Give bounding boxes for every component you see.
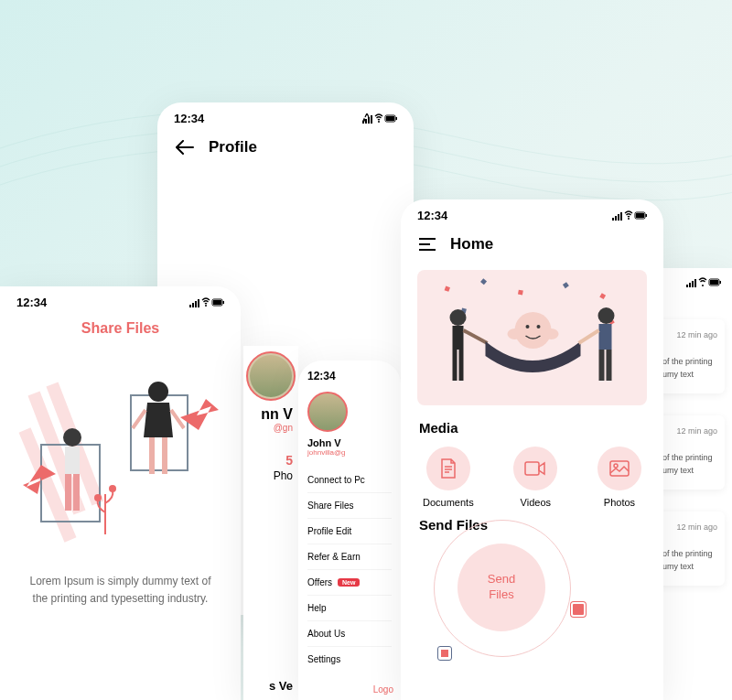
media-item-videos[interactable]: Videos bbox=[513, 447, 557, 508]
back-arrow-icon[interactable] bbox=[176, 140, 194, 155]
page-title: Profile bbox=[209, 138, 257, 156]
menu-item-offers[interactable]: OffersNew bbox=[307, 570, 392, 596]
svg-rect-30 bbox=[694, 279, 696, 287]
svg-rect-33 bbox=[710, 280, 718, 285]
svg-rect-23 bbox=[149, 437, 155, 474]
svg-rect-61 bbox=[599, 350, 605, 381]
file-chip-icon bbox=[571, 602, 586, 617]
svg-point-4 bbox=[378, 121, 380, 123]
svg-rect-34 bbox=[720, 281, 722, 284]
svg-rect-51 bbox=[453, 326, 464, 350]
share-illustration bbox=[0, 348, 241, 558]
stat-label: Pho bbox=[243, 468, 298, 482]
svg-point-39 bbox=[628, 218, 630, 220]
svg-point-58 bbox=[537, 325, 541, 328]
profile-header: Profile bbox=[157, 129, 414, 169]
menu-item-share-files[interactable]: Share Files bbox=[307, 493, 392, 519]
send-files-area: Send Files bbox=[401, 538, 663, 675]
svg-rect-63 bbox=[525, 462, 539, 475]
svg-rect-28 bbox=[689, 283, 691, 287]
status-time: 12:34 bbox=[417, 209, 447, 222]
avatar[interactable] bbox=[307, 392, 348, 432]
svg-rect-9 bbox=[192, 303, 194, 307]
status-time: 12:34 bbox=[298, 361, 401, 386]
status-icons bbox=[655, 268, 732, 297]
svg-rect-10 bbox=[195, 301, 197, 307]
svg-rect-24 bbox=[162, 437, 167, 474]
menu-item-refer-earn[interactable]: Refer & Earn bbox=[307, 544, 392, 570]
user-name: nn V bbox=[243, 406, 298, 423]
svg-rect-27 bbox=[686, 285, 688, 287]
user-name: John V bbox=[298, 437, 401, 448]
menu-item-help[interactable]: Help bbox=[307, 596, 392, 621]
svg-point-59 bbox=[598, 307, 615, 324]
menu-item-profile-edit[interactable]: Profile Edit bbox=[307, 519, 392, 544]
notification-time: 12 min ago bbox=[662, 426, 717, 436]
notification-time: 12 min ago bbox=[662, 522, 717, 532]
svg-rect-3 bbox=[371, 115, 372, 124]
svg-rect-43 bbox=[445, 285, 450, 291]
svg-point-56 bbox=[544, 328, 559, 339]
home-screen: 12:34 Home bbox=[401, 199, 663, 700]
svg-point-54 bbox=[515, 312, 552, 349]
svg-rect-44 bbox=[480, 278, 487, 285]
share-files-screen: 12:34 Share Files bbox=[0, 286, 241, 700]
svg-rect-53 bbox=[459, 350, 464, 381]
menu-item-settings[interactable]: Settings bbox=[307, 647, 392, 672]
user-email: johnvilla@g bbox=[298, 448, 401, 464]
svg-point-55 bbox=[508, 328, 522, 339]
media-item-documents[interactable]: Documents bbox=[423, 447, 474, 508]
svg-rect-29 bbox=[692, 281, 694, 287]
svg-point-17 bbox=[63, 428, 81, 447]
avatar[interactable] bbox=[246, 351, 296, 401]
svg-point-57 bbox=[526, 325, 530, 328]
notification-text: of the printing umy text bbox=[662, 339, 717, 381]
svg-point-12 bbox=[205, 305, 207, 307]
user-email: @gn bbox=[243, 423, 298, 433]
menu-list: Connect to Pc Share Files Profile Edit R… bbox=[298, 464, 401, 675]
media-item-photos[interactable]: Photos bbox=[597, 447, 641, 508]
video-icon bbox=[524, 460, 546, 477]
svg-point-65 bbox=[614, 464, 618, 468]
status-time: 12:34 bbox=[16, 296, 47, 309]
logout-link[interactable]: Logo bbox=[373, 684, 393, 695]
svg-rect-52 bbox=[453, 350, 458, 381]
media-label: Documents bbox=[423, 497, 474, 508]
media-section-title: Media bbox=[401, 415, 663, 441]
svg-rect-36 bbox=[615, 216, 617, 221]
status-icons bbox=[189, 297, 224, 308]
svg-point-25 bbox=[94, 494, 102, 501]
svg-rect-42 bbox=[646, 214, 648, 217]
media-label: Videos bbox=[521, 497, 551, 508]
menu-item-about-us[interactable]: About Us bbox=[307, 621, 392, 647]
svg-rect-47 bbox=[599, 293, 606, 299]
svg-rect-7 bbox=[396, 117, 398, 120]
svg-point-22 bbox=[148, 382, 168, 402]
svg-rect-8 bbox=[189, 305, 191, 307]
status-icons bbox=[362, 113, 397, 124]
notification-time: 12 min ago bbox=[662, 330, 717, 339]
document-icon bbox=[439, 458, 458, 479]
svg-point-26 bbox=[109, 485, 116, 492]
notification-card[interactable]: 12 min ago of the printing umy text bbox=[655, 319, 725, 393]
media-row: Documents Videos Photos bbox=[401, 441, 663, 512]
svg-rect-60 bbox=[599, 324, 612, 350]
menu-item-connect-pc[interactable]: Connect to Pc bbox=[307, 468, 392, 493]
notification-card[interactable]: 12 min ago of the printing umy text bbox=[655, 415, 725, 490]
svg-rect-2 bbox=[368, 117, 370, 124]
send-files-button[interactable]: Send Files bbox=[458, 544, 545, 631]
svg-rect-0 bbox=[362, 121, 364, 124]
svg-rect-35 bbox=[612, 218, 614, 221]
svg-point-31 bbox=[702, 285, 704, 286]
notification-card[interactable]: 12 min ago of the printing umy text bbox=[655, 512, 725, 586]
status-icons bbox=[612, 210, 647, 221]
share-title: Share Files bbox=[0, 313, 241, 348]
svg-rect-1 bbox=[365, 119, 367, 124]
svg-rect-41 bbox=[636, 213, 644, 218]
home-header: Home bbox=[401, 226, 663, 266]
notification-text: of the printing umy text bbox=[662, 532, 717, 573]
hamburger-icon[interactable] bbox=[419, 238, 436, 251]
notifications-screen: 12 min ago of the printing umy text 12 m… bbox=[655, 268, 732, 700]
stat-count: 5 bbox=[243, 433, 298, 468]
status-time: 12:34 bbox=[174, 112, 204, 125]
